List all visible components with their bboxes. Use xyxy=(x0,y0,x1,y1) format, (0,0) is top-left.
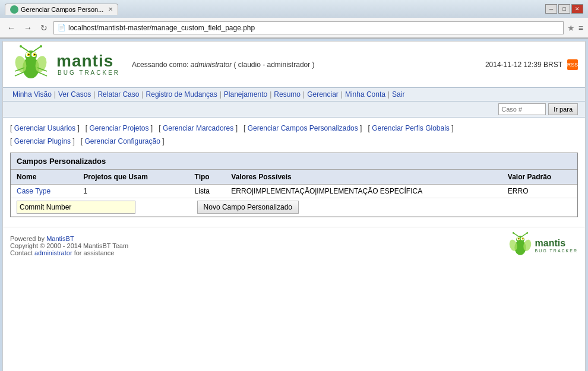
case-search-input[interactable] xyxy=(498,103,546,115)
footer-mantis-logo-image xyxy=(505,232,535,259)
link-gerenciar-perfis[interactable]: Gerenciar Perfis Globais xyxy=(372,124,450,132)
user-detail: ( claudio - administrador ) xyxy=(234,61,315,69)
logo-text: mantis BUG TRACKER xyxy=(56,53,120,76)
url-text: localhost/mantisbt-master/manage_custom_… xyxy=(68,24,255,32)
svg-line-9 xyxy=(34,46,41,51)
logo-mantis-text: mantis xyxy=(56,53,120,69)
svg-point-7 xyxy=(34,54,35,55)
svg-point-10 xyxy=(20,45,22,47)
forward-button[interactable]: → xyxy=(21,22,34,34)
admin-links-row1: [ Gerenciar Usuários ] [ Gerenciar Proje… xyxy=(10,122,578,135)
col-tipo: Tipo xyxy=(189,170,226,185)
svg-point-24 xyxy=(518,238,519,239)
svg-point-25 xyxy=(522,238,523,239)
nav-resumo[interactable]: Resumo xyxy=(271,90,303,99)
svg-point-29 xyxy=(526,232,528,234)
admin-links-row2: [ Gerenciar Plugins ] [ Gerenciar Config… xyxy=(10,135,578,148)
nav-sair[interactable]: Sair xyxy=(390,90,407,99)
footer-logo-text: mantis BUG TRACKER xyxy=(535,238,578,253)
bookmark-star-icon[interactable]: ★ xyxy=(567,23,575,33)
nav-gerenciar[interactable]: Gerenciar xyxy=(305,90,341,99)
footer-left: Powered by MantisBT Copyright © 2000 - 2… xyxy=(10,235,128,256)
row-projects: 1 xyxy=(77,185,188,198)
browser-menu-icon[interactable]: ≡ xyxy=(578,23,583,33)
custom-fields-table: Nome Projetos que Usam Tipo Valores Poss… xyxy=(11,170,577,217)
footer-powered-by: Powered by MantisBT xyxy=(10,235,128,242)
tab-close-button[interactable]: ✕ xyxy=(108,6,113,12)
datetime: 2014-11-12 12:39 BRST xyxy=(485,61,562,69)
table-title: Campos Personalizados xyxy=(11,153,577,170)
row-type: Lista xyxy=(189,185,226,198)
col-valor-padrao: Valor Padrão xyxy=(502,170,577,185)
nav-ver-casos[interactable]: Ver Casos xyxy=(56,90,93,99)
search-button[interactable]: Ir para xyxy=(548,103,578,115)
search-bar: Ir para xyxy=(3,102,585,118)
user-info: Acessando como: administrator ( claudio … xyxy=(132,61,485,69)
footer-logo: mantis BUG TRACKER xyxy=(505,232,578,259)
nav-minha-conta[interactable]: Minha Conta xyxy=(343,90,388,99)
svg-line-17 xyxy=(37,72,47,76)
browser-tab[interactable]: Gerenciar Campos Person... ✕ xyxy=(5,4,118,15)
row-name: Case Type xyxy=(11,185,77,198)
link-gerenciar-usuarios[interactable]: Gerenciar Usuários xyxy=(14,124,75,132)
page-footer: Powered by MantisBT Copyright © 2000 - 2… xyxy=(3,227,585,264)
svg-line-8 xyxy=(21,46,28,51)
new-field-input-cell xyxy=(11,198,189,217)
back-button[interactable]: ← xyxy=(5,22,18,34)
admin-contact-link[interactable]: administrator xyxy=(34,249,72,256)
tab-favicon xyxy=(10,5,18,14)
svg-point-11 xyxy=(40,45,42,47)
user-name: administrator xyxy=(191,61,232,69)
svg-line-27 xyxy=(522,233,527,237)
col-nome: Nome xyxy=(11,170,77,185)
svg-line-15 xyxy=(15,72,24,76)
new-field-name-input[interactable] xyxy=(17,201,135,214)
col-valores: Valores Possíveis xyxy=(225,170,501,185)
tab-title: Gerenciar Campos Person... xyxy=(21,6,103,13)
nav-minha-visao[interactable]: Minha Visão xyxy=(10,90,54,99)
nav-registro-mudancas[interactable]: Registro de Mudanças xyxy=(144,90,220,99)
url-box[interactable]: 📄 localhost/mantisbt-master/manage_custo… xyxy=(53,21,564,34)
row-possible-values: ERRO|IMPLEMENTAÇÃO|IMPLEMENTAÇÃO ESPECÍF… xyxy=(225,185,501,198)
nav-planejamento[interactable]: Planejamento xyxy=(222,90,270,99)
new-custom-field-button[interactable]: Novo Campo Personalizado xyxy=(197,201,299,214)
mantisbt-link[interactable]: MantisBT xyxy=(46,235,74,242)
link-gerenciar-plugins[interactable]: Gerenciar Plugins xyxy=(14,137,71,145)
link-gerenciar-campos[interactable]: Gerenciar Campos Personalizados xyxy=(248,124,358,132)
logo-subtitle-text: BUG TRACKER xyxy=(58,69,120,76)
link-gerenciar-marcadores[interactable]: Gerenciar Marcadores xyxy=(163,124,233,132)
new-field-row: Novo Campo Personalizado xyxy=(11,198,577,217)
maximize-button[interactable]: □ xyxy=(558,4,570,14)
user-label: Acessando como: xyxy=(132,61,188,69)
page-content: mantis BUG TRACKER Acessando como: admin… xyxy=(2,41,586,371)
nav-relatar-caso[interactable]: Relatar Caso xyxy=(95,90,141,99)
table-row: Case Type 1 Lista ERRO|IMPLEMENTAÇÃO|IMP… xyxy=(11,185,577,198)
case-type-link[interactable]: Case Type xyxy=(17,187,50,195)
mantis-header: mantis BUG TRACKER Acessando como: admin… xyxy=(3,42,585,87)
rss-icon[interactable]: RSS xyxy=(567,59,578,70)
new-field-btn-cell: Novo Campo Personalizado xyxy=(189,198,577,217)
svg-point-6 xyxy=(28,54,29,55)
content-area: Campos Personalizados Nome Projetos que … xyxy=(3,150,585,222)
address-bar: ← → ↻ 📄 localhost/mantisbt-master/manage… xyxy=(0,18,588,38)
link-gerenciar-projetos[interactable]: Gerenciar Projetos xyxy=(89,124,148,132)
svg-line-26 xyxy=(513,233,518,237)
footer-copyright: Copyright © 2000 - 2014 MantisBT Team xyxy=(10,242,128,249)
browser-chrome: Gerenciar Campos Person... ✕ ─ □ ✕ ← → ↻… xyxy=(0,0,588,39)
custom-fields-table-container: Campos Personalizados Nome Projetos que … xyxy=(10,153,578,217)
svg-point-28 xyxy=(512,232,514,234)
nav-bar: Minha Visão | Ver Casos | Relatar Caso |… xyxy=(3,87,585,102)
url-lock-icon: 📄 xyxy=(58,24,66,31)
title-bar: Gerenciar Campos Person... ✕ ─ □ ✕ xyxy=(0,0,588,18)
minimize-button[interactable]: ─ xyxy=(545,4,557,14)
admin-links: [ Gerenciar Usuários ] [ Gerenciar Proje… xyxy=(3,118,585,150)
footer-contact: Contact administrator for assistance xyxy=(10,249,128,256)
mantis-logo-image xyxy=(10,45,52,84)
refresh-button[interactable]: ↻ xyxy=(38,22,50,34)
window-controls: ─ □ ✕ xyxy=(545,4,583,14)
row-default-value: ERRO xyxy=(502,185,577,198)
close-button[interactable]: ✕ xyxy=(571,4,583,14)
link-gerenciar-configuracao[interactable]: Gerenciar Configuração xyxy=(84,137,160,145)
table-header-row: Nome Projetos que Usam Tipo Valores Poss… xyxy=(11,170,577,185)
col-projetos: Projetos que Usam xyxy=(77,170,188,185)
